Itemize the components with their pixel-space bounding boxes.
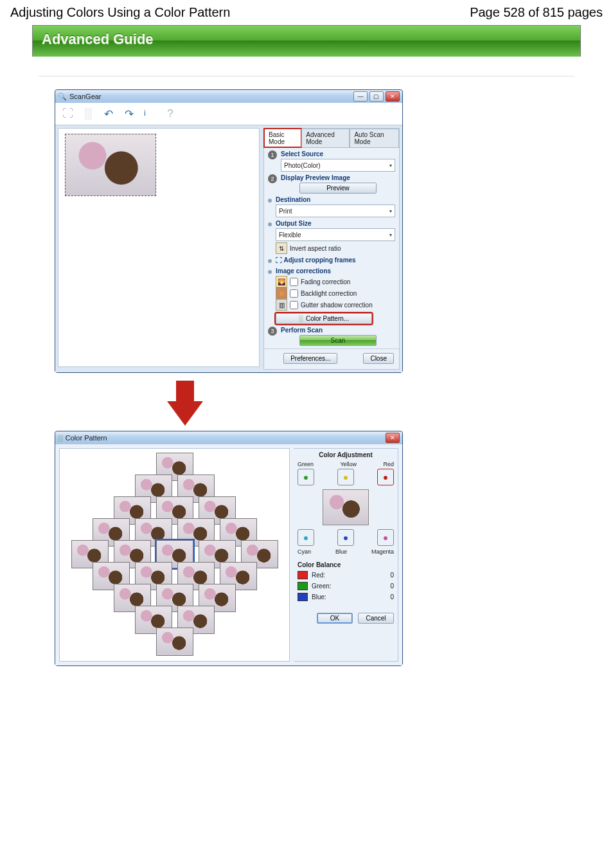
- step-1-icon: 1: [268, 150, 277, 159]
- balance-green-value: 0: [341, 583, 394, 590]
- cyan-swatch[interactable]: ●: [298, 529, 314, 546]
- backlight-icon: 🔅: [276, 287, 287, 299]
- tab-auto-scan-mode[interactable]: Auto Scan Mode: [350, 129, 399, 147]
- axis-magenta-label: Magenta: [371, 548, 394, 555]
- magenta-swatch[interactable]: ●: [377, 529, 394, 546]
- scan-button[interactable]: Scan: [299, 335, 377, 346]
- chevron-down-icon: ▾: [389, 232, 392, 238]
- axis-green-label: Green: [298, 461, 314, 467]
- advanced-guide-banner: Advanced Guide: [32, 25, 581, 57]
- green-swatch-icon: [298, 582, 308, 590]
- balance-red-label: Red:: [312, 572, 337, 579]
- bullet-icon: [268, 199, 272, 203]
- page-header-left: Adjusting Colors Using a Color Pattern: [10, 5, 230, 20]
- gutter-label: Gutter shadow correction: [301, 302, 373, 309]
- cancel-button[interactable]: Cancel: [358, 613, 394, 624]
- adjustment-preview: [323, 489, 369, 525]
- destination-dropdown[interactable]: Print ▾: [276, 204, 395, 217]
- step-3-icon: 3: [268, 327, 277, 336]
- rotate-right-icon[interactable]: ↷: [121, 105, 138, 122]
- scangear-app-icon: 🔍: [58, 93, 67, 101]
- fading-label: Fading correction: [301, 278, 350, 285]
- color-balance-title: Color Balance: [298, 561, 394, 568]
- color-pattern-icon: ░: [299, 315, 303, 322]
- down-arrow-icon: [167, 401, 203, 426]
- close-icon[interactable]: ✕: [386, 433, 400, 443]
- display-preview-label: Display Preview Image: [281, 174, 395, 181]
- color-adjustment-title: Color Adjustment: [298, 451, 394, 458]
- preview-area: [58, 128, 260, 367]
- select-source-value: Photo(Color): [284, 162, 321, 169]
- settings-panel: Basic Mode Advanced Mode Auto Scan Mode …: [263, 128, 400, 370]
- preferences-button[interactable]: Preferences...: [283, 353, 337, 364]
- scangear-titlebar: 🔍 ScanGear — ▢ ✕: [55, 90, 402, 103]
- bullet-icon: [268, 259, 272, 263]
- backlight-label: Backlight correction: [301, 290, 357, 297]
- bullet-icon: [268, 222, 272, 226]
- tab-basic-mode[interactable]: Basic Mode: [264, 129, 301, 147]
- mode-tabs: Basic Mode Advanced Mode Auto Scan Mode: [264, 129, 399, 148]
- color-pattern-button[interactable]: ░ Color Pattern...: [276, 313, 372, 324]
- axis-cyan-label: Cyan: [298, 548, 311, 555]
- axis-yellow-label: Yellow: [340, 461, 357, 467]
- page-header: Adjusting Colors Using a Color Pattern P…: [0, 0, 613, 23]
- minimize-icon[interactable]: —: [353, 91, 368, 102]
- preview-thumbnail[interactable]: [65, 134, 156, 196]
- balance-green-label: Green:: [312, 583, 337, 590]
- ok-button[interactable]: OK: [317, 613, 353, 624]
- gutter-checkbox[interactable]: [290, 301, 298, 309]
- banner-title: Advanced Guide: [42, 31, 571, 48]
- crop-tool-icon[interactable]: ⛶: [59, 105, 76, 122]
- close-button[interactable]: Close: [363, 353, 394, 364]
- variant-thumb[interactable]: [156, 628, 193, 656]
- scangear-toolbar: ⛶ ░ ↶ ↷ i ?: [55, 103, 402, 125]
- output-size-label: Output Size: [276, 220, 395, 227]
- axis-blue-label: Blue: [335, 548, 347, 555]
- aspect-ratio-icon[interactable]: ⇅: [276, 242, 287, 254]
- select-source-dropdown[interactable]: Photo(Color) ▾: [281, 159, 395, 172]
- scangear-window: 🔍 ScanGear — ▢ ✕ ⛶ ░ ↶ ↷ i ? Basic Mode …: [55, 89, 403, 373]
- crop-frames-icon: ⛶: [276, 257, 282, 264]
- rotate-left-icon[interactable]: ↶: [100, 105, 117, 122]
- backlight-checkbox[interactable]: [290, 289, 298, 298]
- color-pattern-dialog: ░ Color Pattern ✕ Color Adjustment Green…: [55, 431, 403, 666]
- adjust-cropping-link[interactable]: Adjust cropping frames: [283, 257, 355, 264]
- close-icon[interactable]: ✕: [386, 91, 400, 102]
- yellow-swatch[interactable]: ●: [337, 469, 354, 485]
- color-pattern-app-icon: ░: [58, 434, 63, 442]
- bullet-icon: [268, 270, 272, 274]
- axis-red-label: Red: [383, 461, 394, 467]
- balance-blue-value: 0: [341, 593, 394, 601]
- invert-aspect-ratio-label: Invert aspect ratio: [290, 245, 341, 252]
- page-header-right: Page 528 of 815 pages: [470, 5, 603, 20]
- destination-value: Print: [279, 208, 292, 215]
- blue-swatch[interactable]: ●: [337, 529, 354, 546]
- fading-icon: 🌄: [276, 276, 287, 287]
- info-icon[interactable]: i: [141, 105, 158, 122]
- perform-scan-label: Perform Scan: [281, 327, 395, 334]
- color-pattern-title: Color Pattern: [66, 434, 107, 442]
- output-size-dropdown[interactable]: Flexible ▾: [276, 228, 395, 241]
- output-size-value: Flexible: [279, 231, 301, 239]
- color-variant-grid: [59, 448, 290, 662]
- tab-advanced-mode[interactable]: Advanced Mode: [301, 129, 350, 147]
- preview-button[interactable]: Preview: [299, 183, 377, 194]
- green-swatch[interactable]: ●: [298, 469, 314, 485]
- blue-swatch-icon: [298, 593, 308, 601]
- fading-checkbox[interactable]: [290, 278, 298, 286]
- red-swatch[interactable]: ●: [377, 469, 394, 485]
- destination-label: Destination: [276, 196, 395, 203]
- color-adjustment-panel: Color Adjustment Green Yellow Red ● ● ● …: [294, 448, 398, 662]
- maximize-icon[interactable]: ▢: [369, 91, 384, 102]
- step-2-icon: 2: [268, 174, 277, 183]
- balance-blue-label: Blue:: [312, 593, 337, 601]
- image-corrections-label: Image corrections: [276, 267, 395, 275]
- color-pattern-titlebar: ░ Color Pattern ✕: [55, 431, 402, 444]
- chevron-down-icon: ▾: [389, 208, 392, 214]
- red-swatch-icon: [298, 571, 308, 579]
- scangear-title: ScanGear: [69, 93, 102, 100]
- multi-crop-icon[interactable]: ░: [80, 105, 96, 122]
- chevron-down-icon: ▾: [389, 163, 392, 168]
- divider: [39, 76, 574, 77]
- help-icon[interactable]: ?: [162, 105, 179, 122]
